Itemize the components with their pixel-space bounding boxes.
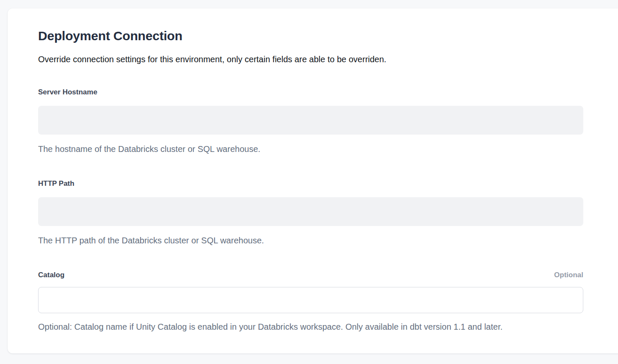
page-subtitle: Override connection settings for this en… <box>38 53 583 65</box>
catalog-help: Optional: Catalog name if Unity Catalog … <box>38 322 583 332</box>
http-path-help: The HTTP path of the Databricks cluster … <box>38 235 583 245</box>
page-title: Deployment Connection <box>38 28 583 44</box>
server-hostname-help: The hostname of the Databricks cluster o… <box>38 144 583 154</box>
server-hostname-label: Server Hostname <box>38 87 97 97</box>
deployment-connection-form: Deployment Connection Override connectio… <box>38 8 583 332</box>
http-path-input <box>38 197 583 226</box>
server-hostname-input <box>38 106 583 135</box>
catalog-label: Catalog <box>38 270 64 280</box>
field-http-path: HTTP Path The HTTP path of the Databrick… <box>38 179 583 245</box>
catalog-label-row: Catalog Optional <box>38 270 583 280</box>
catalog-optional-badge: Optional <box>554 270 583 280</box>
deployment-connection-card: Deployment Connection Override connectio… <box>8 8 618 353</box>
http-path-label-row: HTTP Path <box>38 179 583 189</box>
server-hostname-label-row: Server Hostname <box>38 87 583 97</box>
field-server-hostname: Server Hostname The hostname of the Data… <box>38 87 583 154</box>
http-path-label: HTTP Path <box>38 179 74 189</box>
field-catalog: Catalog Optional Optional: Catalog name … <box>38 270 583 332</box>
catalog-input[interactable] <box>38 287 583 313</box>
